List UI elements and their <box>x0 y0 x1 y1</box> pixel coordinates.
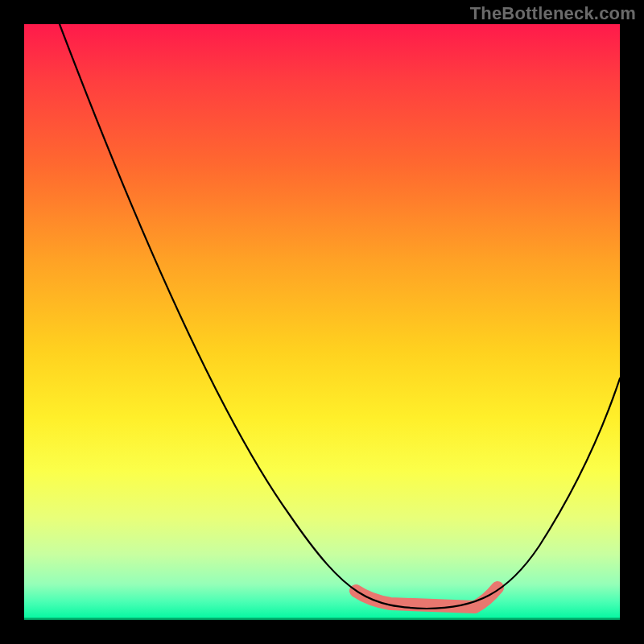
plot-area <box>24 24 620 620</box>
sweet-spot-highlight <box>356 588 497 607</box>
chart-overlay <box>24 24 620 620</box>
chart-stage: TheBottleneck.com <box>0 0 644 644</box>
watermark-label: TheBottleneck.com <box>470 3 636 24</box>
bottleneck-curve <box>60 24 620 609</box>
